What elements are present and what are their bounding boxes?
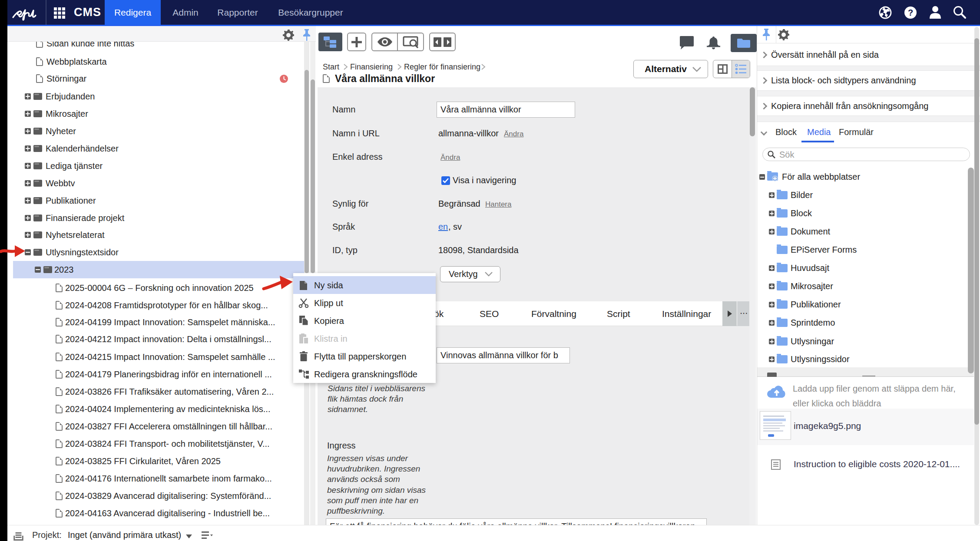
svg-text:?: ? bbox=[908, 8, 913, 17]
